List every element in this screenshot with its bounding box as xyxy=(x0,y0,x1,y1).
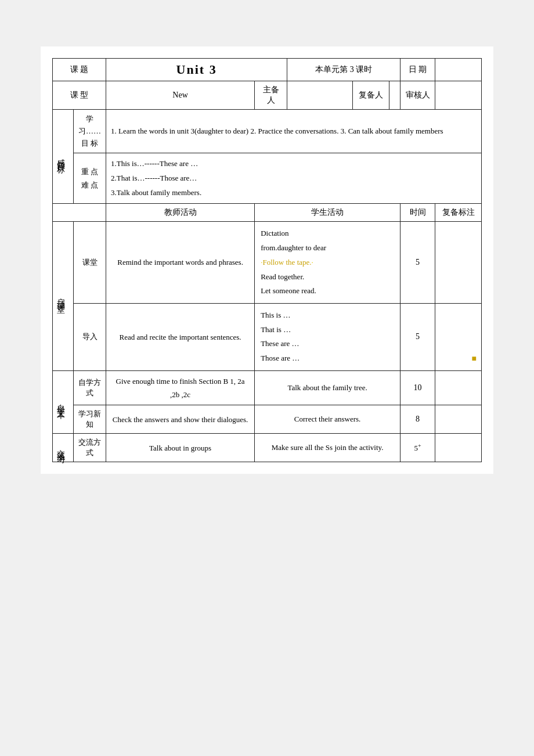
date-value xyxy=(435,59,482,81)
new-knowledge-label: 学习新知 xyxy=(74,405,106,434)
date-label: 日 期 xyxy=(400,59,435,81)
review-teacher-value xyxy=(435,81,482,110)
exchange-method-label: 交流方式 xyxy=(74,434,106,462)
exchange-time: 5+ xyxy=(400,434,435,462)
self-study-row1-teacher: Give enough time to finish Section B 1, … xyxy=(106,370,255,405)
startup-row1-student: Dictation from.daughter to dear ·Follow … xyxy=(255,222,400,303)
backup-teacher-label: 复备人 xyxy=(352,81,389,110)
key-difficult-label: 重 点 难 点 xyxy=(74,153,106,204)
unit-title: Unit 3 xyxy=(176,62,217,77)
primary-teacher-label: 主备人 xyxy=(255,81,287,110)
empty-header xyxy=(53,204,106,222)
startup-row1-notes xyxy=(435,222,482,303)
self-study-row1-time: 10 xyxy=(400,370,435,405)
review-teacher-label: 审核人 xyxy=(400,81,435,110)
lesson-plan-page: 课 题 Unit 3 本单元第 3 课时 日 期 课 型 New 主备人 复备人… xyxy=(41,46,493,474)
unit-title-cell: Unit 3 xyxy=(106,59,287,81)
self-study-row2-time: 8 xyxy=(400,405,435,434)
dot-right: · xyxy=(312,258,313,267)
backup-notes-header: 复备标注 xyxy=(435,204,482,222)
startup-row2-time: 5 xyxy=(400,303,435,370)
follow-tape-line: ·Follow the tape.· xyxy=(261,255,394,270)
period-label: 本单元第 3 课时 xyxy=(287,59,400,81)
self-study-row1-notes xyxy=(435,370,482,405)
teacher-activity-header: 教师活动 xyxy=(106,204,255,222)
type-new: New xyxy=(106,81,255,110)
keti-label: 课 题 xyxy=(53,59,106,81)
study-goal-label: 学 习……目 标 xyxy=(74,110,106,153)
self-study-row2-teacher: Check the answers and show their dialogu… xyxy=(106,405,255,434)
self-study-row2-student: Correct their answers. xyxy=(255,405,400,434)
time-header: 时间 xyxy=(400,204,435,222)
self-study-section-label: 自学文本 xyxy=(53,370,74,434)
self-study-row2-notes xyxy=(435,405,482,434)
study-goal-text: 1. Learn the words in unit 3(daughter to… xyxy=(106,110,482,153)
primary-teacher-value xyxy=(287,81,352,110)
guide-label: 导入 xyxy=(74,303,106,370)
backup-teacher-value xyxy=(389,81,400,110)
ganzhi-label: 感知目标 xyxy=(53,110,74,204)
startup-row1-time: 5 xyxy=(400,222,435,303)
classroom-label: 课堂 xyxy=(74,222,106,303)
self-study-row1-student: Talk about the family tree. xyxy=(255,370,400,405)
startup-row2-student: This is … That is … These are … Those ar… xyxy=(255,303,400,370)
startup-row1-teacher: Remind the important words and phrases. xyxy=(106,222,255,303)
exchange-notes xyxy=(435,434,482,462)
student-activity-header: 学生活动 xyxy=(255,204,400,222)
kexing-label: 课 型 xyxy=(53,81,106,110)
self-study-method-label: 自学方式 xyxy=(74,370,106,405)
startup-section-label: 启动课堂 xyxy=(53,222,74,370)
exchange-teacher: Talk about in groups xyxy=(106,434,255,462)
key-difficult-text: 1.This is…------These are … 2.That is…--… xyxy=(106,153,482,204)
startup-row2-teacher: Read and recite the important sentences. xyxy=(106,303,255,370)
exchange-section-label: 交流学习 xyxy=(53,434,74,462)
startup-row2-notes: ■ xyxy=(435,303,482,370)
exchange-student: Make sure all the Ss join the activity. xyxy=(255,434,400,462)
